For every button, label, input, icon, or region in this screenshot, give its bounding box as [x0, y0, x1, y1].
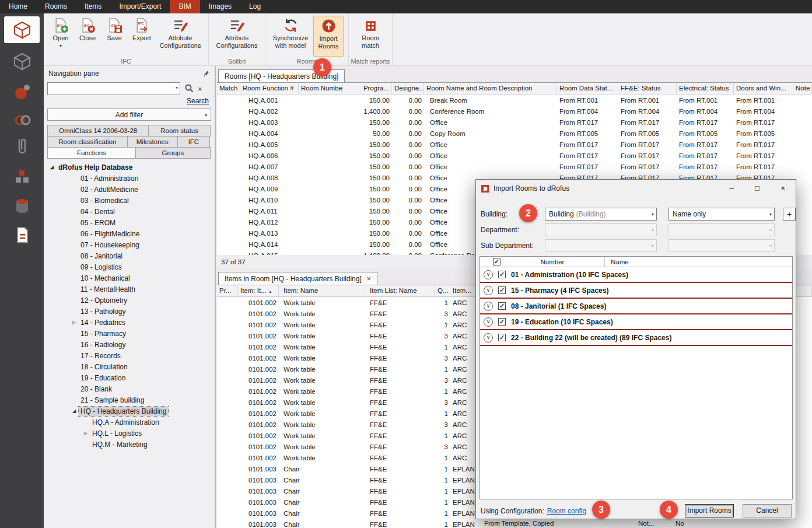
room-row[interactable]: HQ.A.007 150.00 0.00 Office From RT.017 …: [217, 161, 812, 172]
tab-milestones[interactable]: Milestones: [127, 136, 178, 148]
col-header-room-data-status[interactable]: Room Data Stat...: [557, 83, 618, 94]
close-button[interactable]: IFC Close: [75, 16, 100, 57]
clear-search-icon[interactable]: ×: [198, 85, 202, 93]
space-checkbox[interactable]: ✓: [498, 286, 506, 294]
tree-expander-icon[interactable]: ▷: [81, 431, 90, 436]
room-row[interactable]: HQ.A.002 1,400.00 0.00 Conference Room F…: [217, 106, 812, 117]
maximize-icon[interactable]: □: [744, 180, 770, 197]
menu-rooms[interactable]: Rooms: [36, 0, 76, 13]
tree-item[interactable]: 03 - Biomedical: [44, 195, 215, 206]
col-header-room-function[interactable]: Room Function #: [240, 83, 299, 94]
tree-item[interactable]: 15 - Pharmacy: [44, 328, 215, 339]
room-row[interactable]: HQ.A.006 150.00 0.00 Office From RT.017 …: [217, 150, 812, 161]
tree-item[interactable]: 08 - Janitorial: [44, 250, 215, 261]
pin-icon[interactable]: [202, 70, 210, 78]
room-row[interactable]: HQ.A.005 150.00 0.00 Office From RT.017 …: [217, 139, 812, 150]
space-checkbox[interactable]: ✓: [498, 271, 506, 278]
import-rooms-button[interactable]: Import Rooms: [685, 504, 734, 517]
expand-chevron-icon[interactable]: ∨: [484, 317, 493, 327]
col-header-item-name[interactable]: Item: Name: [279, 285, 365, 296]
tree-item[interactable]: 09 - Logistics: [44, 261, 215, 272]
space-checkbox[interactable]: ✓: [498, 334, 506, 341]
tab-functions[interactable]: Functions: [47, 147, 136, 159]
tree-item[interactable]: HQ.A - Administration: [44, 417, 215, 428]
export-button[interactable]: IFC Export: [129, 16, 155, 57]
expand-chevron-icon[interactable]: ∨: [484, 286, 493, 295]
blocks-module-button[interactable]: [4, 163, 40, 190]
building-select[interactable]: Building (Building) ▾: [545, 208, 657, 221]
attribute-configurations-solibri-button[interactable]: Attribute Configurations: [214, 16, 260, 57]
menu-items[interactable]: Items: [76, 0, 110, 13]
col-header-doors-windows[interactable]: Doors and Win...: [734, 83, 793, 94]
col-header-item-number[interactable]: Item: It...▲: [238, 285, 279, 296]
space-row[interactable]: ∨ ✓ 01 - Administration (10 IFC Spaces): [480, 267, 792, 283]
items-tab-close-icon[interactable]: ×: [367, 275, 371, 283]
col-header-note[interactable]: Note: [793, 83, 812, 94]
tab-ifc[interactable]: IFC: [177, 136, 210, 148]
model-module-button[interactable]: [4, 48, 40, 75]
tree-item[interactable]: 12 - Optometry: [44, 295, 215, 306]
expand-chevron-icon[interactable]: ∨: [484, 302, 493, 311]
add-filter-dropdown[interactable]: Add filter ▾: [47, 109, 211, 121]
col-header-name[interactable]: Name: [604, 257, 792, 267]
space-row[interactable]: ∨ ✓ 08 - Janitorial (1 IFC Spaces): [480, 299, 792, 314]
room-row[interactable]: HQ.A.001 150.00 0.00 Break Room From RT.…: [217, 95, 812, 106]
tab-room-classification[interactable]: Room classification: [47, 136, 128, 148]
expand-chevron-icon[interactable]: ∨: [484, 333, 493, 342]
col-header-room-number[interactable]: Room Number: [299, 83, 343, 94]
tree-item[interactable]: ◢ dRofus Help Database: [44, 162, 215, 173]
tree-item[interactable]: 21 - Sample building: [44, 394, 215, 405]
open-button[interactable]: IFC Open ▾: [48, 16, 73, 57]
import-rooms-ribbon-button[interactable]: Import Rooms: [313, 16, 344, 57]
tree-item[interactable]: 01 - Administration: [44, 173, 215, 184]
space-row[interactable]: ∨ ✓ 15 - Pharmacy (4 IFC Spaces): [480, 283, 792, 299]
col-header-number[interactable]: Number: [501, 258, 604, 265]
tree-item[interactable]: HQ.M - Marketing: [44, 439, 215, 450]
minimize-icon[interactable]: –: [719, 180, 744, 197]
synchronize-with-model-button[interactable]: Synchronize with model: [270, 16, 311, 57]
space-row[interactable]: ∨ ✓ 22 - Building 22 (will be created) (…: [480, 330, 792, 346]
menu-log[interactable]: Log: [240, 0, 270, 13]
space-checkbox[interactable]: ✓: [498, 318, 506, 326]
search-icon[interactable]: [184, 83, 194, 95]
search-link[interactable]: Search: [187, 97, 209, 105]
tree-item[interactable]: 19 - Education: [44, 372, 215, 383]
tab-groups[interactable]: Groups: [135, 147, 211, 159]
tree-item[interactable]: 02 - AdultMedicine: [44, 184, 215, 195]
tree-item[interactable]: 04 - Dental: [44, 206, 215, 217]
save-button[interactable]: IFC Save: [102, 16, 127, 57]
link-module-button[interactable]: [4, 107, 40, 134]
col-header-quantity[interactable]: Q...: [435, 285, 450, 296]
col-header-programmed[interactable]: Progra...: [343, 83, 392, 94]
tree-item[interactable]: 06 - FlightMedicine: [44, 228, 215, 239]
tree-expander-icon[interactable]: ◢: [69, 408, 79, 414]
room-row[interactable]: HQ.A.003 150.00 0.00 Office From RT.017 …: [217, 117, 812, 128]
col-header-match[interactable]: Match: [217, 83, 240, 94]
reports-module-button[interactable]: [4, 222, 40, 249]
tree-item[interactable]: ◢ HQ - Headquarters Building: [44, 405, 215, 417]
tree-item[interactable]: 05 - EROM: [44, 217, 215, 228]
room-config-link[interactable]: Room config: [547, 507, 586, 515]
menu-bim[interactable]: BIM: [170, 0, 200, 13]
tree-item[interactable]: ▷ 14 - Pediatrics: [44, 317, 215, 328]
select-all-checkbox[interactable]: ✓: [493, 258, 501, 265]
col-header-electrical-status[interactable]: Electrical: Status: [677, 83, 734, 94]
tree-expander-icon[interactable]: ▷: [69, 320, 79, 325]
tree-item[interactable]: ▷ HQ.L - Logistics: [44, 428, 215, 439]
col-header-item-list-name[interactable]: Item List: Name: [365, 285, 435, 296]
tree-item[interactable]: 17 - Records: [44, 350, 215, 361]
col-header-ffe-status[interactable]: FF&E: Status: [618, 83, 677, 94]
attribute-configurations-button[interactable]: Attribute Configurations: [157, 16, 204, 57]
attachments-module-button[interactable]: [4, 133, 40, 160]
search-input[interactable]: [47, 82, 180, 95]
col-header-designed[interactable]: Designe...: [392, 83, 424, 94]
tree-expander-icon[interactable]: ◢: [47, 165, 57, 170]
cancel-button[interactable]: Cancel: [743, 504, 792, 517]
close-icon[interactable]: ×: [770, 180, 796, 197]
bim-module-button[interactable]: [4, 16, 40, 43]
menu-home[interactable]: Home: [0, 0, 36, 13]
menu-images[interactable]: Images: [200, 0, 240, 13]
tree-item[interactable]: 18 - Circulation: [44, 361, 215, 372]
sphere-module-button[interactable]: [4, 79, 40, 106]
col-header-priority[interactable]: Pr...: [217, 285, 238, 296]
